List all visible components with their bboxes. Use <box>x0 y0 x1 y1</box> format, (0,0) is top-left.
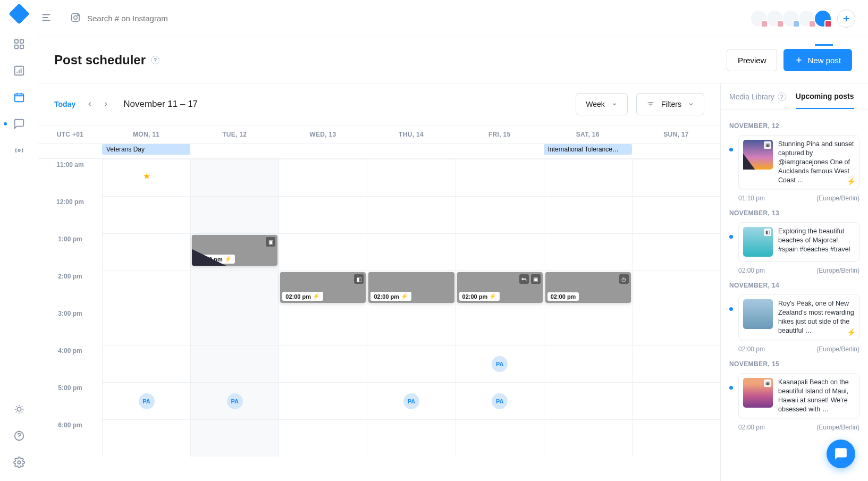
new-post-button[interactable]: New post <box>783 49 852 71</box>
svg-rect-1 <box>20 40 23 43</box>
group-date-label: NOVEMBER, 12 <box>729 122 859 130</box>
help-tooltip-icon[interactable]: ? <box>778 92 786 101</box>
upcoming-post[interactable]: Roy's Peak, one of New Zealand's most re… <box>729 294 859 340</box>
tab-upcoming-posts[interactable]: Upcoming posts <box>796 92 854 109</box>
svg-point-9 <box>18 461 21 464</box>
svg-rect-3 <box>20 45 23 48</box>
page-header: Post scheduler ? Preview New post <box>38 37 868 83</box>
image-type-icon: ▣ <box>266 237 275 247</box>
scheduled-post[interactable]: ▣ 01:10 pm⚡ <box>192 235 277 266</box>
upcoming-post[interactable]: ▣ Stunning Piha and sunset captured by @… <box>729 135 859 189</box>
nav-analytics-icon[interactable] <box>13 65 25 77</box>
calendar: UTC +01 MON, 11 TUE, 12 WED, 13 THU, 14 … <box>38 125 720 481</box>
right-panel: Media Library ? Upcoming posts NOVEMBER,… <box>720 83 868 481</box>
placeholder-slot[interactable]: PA <box>492 356 508 372</box>
nav-comments-icon[interactable] <box>13 118 25 130</box>
nav-scheduler-icon[interactable] <box>13 91 25 103</box>
instagram-icon <box>70 12 81 24</box>
svg-rect-0 <box>14 40 18 43</box>
calendar-toolbar: Today November 11 – 17 Week Filters <box>38 83 720 125</box>
main-content: Post scheduler ? Preview New post Today <box>38 0 868 481</box>
upcoming-post[interactable]: ◧ Exploring the beautiful beaches of Maj… <box>729 222 859 261</box>
svg-rect-2 <box>14 45 18 48</box>
top-bar <box>38 0 868 37</box>
day-header: TUE, 12 <box>190 125 279 144</box>
hour-row: 11:00 am ★ <box>38 159 720 196</box>
svg-point-7 <box>17 407 21 411</box>
svg-rect-5 <box>14 94 23 102</box>
group-date-label: NOVEMBER, 13 <box>729 209 859 217</box>
placeholder-slot[interactable]: PA <box>139 393 155 409</box>
day-header: THU, 14 <box>367 125 455 144</box>
nav-help-icon[interactable] <box>13 430 25 442</box>
svg-point-12 <box>78 15 79 16</box>
filters-button[interactable]: Filters <box>636 93 704 115</box>
placeholder-slot[interactable]: PA <box>403 393 419 409</box>
day-header: SUN, 17 <box>632 125 720 144</box>
next-week-button[interactable] <box>100 98 112 110</box>
carousel-icon: ◧ <box>354 274 364 284</box>
date-range: November 11 – 17 <box>123 99 198 109</box>
share-icon: ⮪ <box>519 274 529 284</box>
image-type-icon: ▣ <box>764 141 771 149</box>
page-title: Post scheduler <box>54 53 146 67</box>
account-2[interactable] <box>766 10 784 28</box>
story-icon: ◷ <box>619 274 629 284</box>
scheduled-post[interactable]: 02:00 pm⚡ <box>368 272 454 303</box>
side-navigation <box>0 0 38 481</box>
intercom-launcher[interactable] <box>827 440 855 468</box>
nav-dashboard-icon[interactable] <box>13 38 25 50</box>
day-header: WED, 13 <box>279 125 367 144</box>
help-tooltip-icon[interactable]: ? <box>151 56 159 64</box>
app-logo <box>9 3 30 24</box>
image-type-icon: ▣ <box>531 274 541 284</box>
today-link[interactable]: Today <box>54 100 75 108</box>
tab-media-library[interactable]: Media Library ? <box>729 92 786 108</box>
day-header: FRI, 15 <box>456 125 544 144</box>
svg-point-6 <box>18 149 20 151</box>
placeholder-slot[interactable]: PA <box>492 393 508 409</box>
placeholder-slot[interactable]: PA <box>227 393 243 409</box>
preview-button[interactable]: Preview <box>727 49 777 71</box>
nav-ideas-icon[interactable] <box>13 403 25 415</box>
account-active[interactable] <box>814 10 832 28</box>
upcoming-post[interactable]: ▣ Kaanapali Beach on the beautiful Islan… <box>729 373 859 419</box>
scheduled-post[interactable]: ⮪▣ 02:00 pm⚡ <box>457 272 543 303</box>
scheduled-post[interactable]: ◷ 02:00 pm <box>545 272 631 303</box>
prev-week-button[interactable] <box>84 98 96 110</box>
best-time-icon[interactable]: ★ <box>103 159 190 181</box>
view-select[interactable]: Week <box>576 93 628 115</box>
allday-event[interactable]: International Tolerance… <box>544 144 632 155</box>
svg-point-11 <box>74 16 78 20</box>
account-3[interactable] <box>782 10 800 28</box>
day-header: MON, 11 <box>102 125 190 144</box>
nav-settings-icon[interactable] <box>13 457 25 468</box>
day-header: SAT, 16 <box>544 125 632 144</box>
allday-event[interactable]: Veterans Day <box>102 144 190 155</box>
tz-label: UTC +01 <box>38 125 102 144</box>
nav-live-icon[interactable] <box>13 145 25 156</box>
group-date-label: NOVEMBER, 14 <box>729 282 859 289</box>
menu-toggle[interactable] <box>40 12 52 25</box>
search-input[interactable] <box>87 14 225 23</box>
account-4[interactable] <box>798 10 816 28</box>
add-account-button[interactable] <box>837 10 855 28</box>
carousel-icon: ◧ <box>764 229 771 236</box>
account-1[interactable] <box>750 10 768 28</box>
image-type-icon: ▣ <box>764 379 771 387</box>
account-switcher <box>752 10 855 28</box>
group-date-label: NOVEMBER, 15 <box>729 360 859 368</box>
scheduled-post[interactable]: ◧ 02:00 pm⚡ <box>280 272 366 303</box>
